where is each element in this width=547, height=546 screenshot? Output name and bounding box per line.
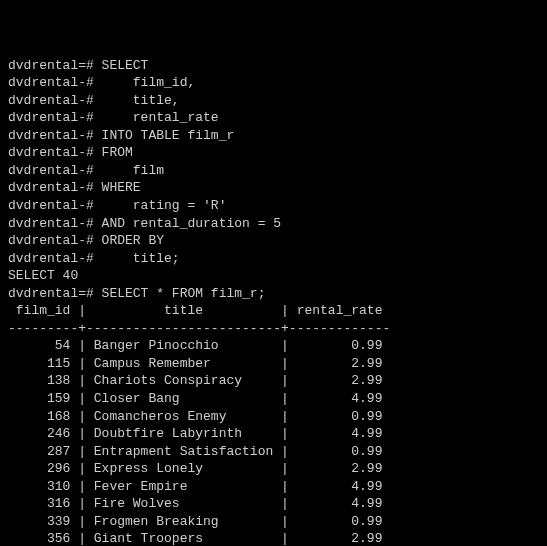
- terminal-output: dvdrental=# SELECT dvdrental-# film_id, …: [8, 57, 539, 546]
